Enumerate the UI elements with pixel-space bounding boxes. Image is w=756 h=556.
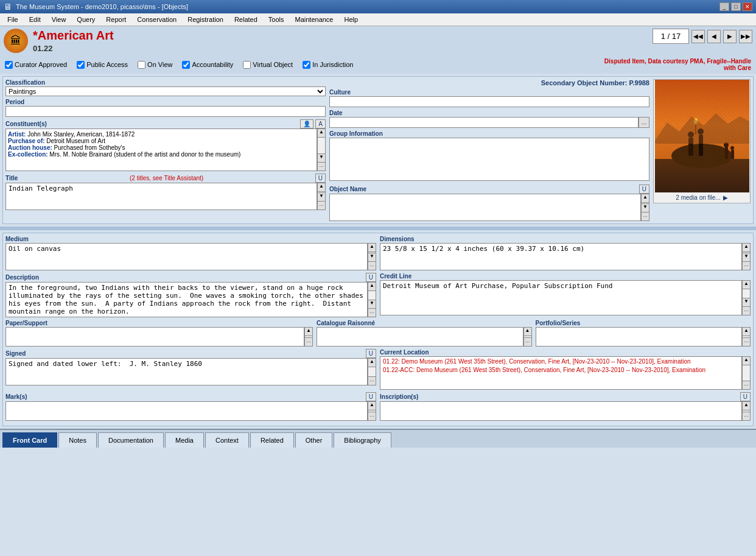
- tab-media[interactable]: Media: [165, 432, 204, 448]
- desc-scroll-down[interactable]: ▼: [368, 300, 376, 308]
- med-scroll-more[interactable]: …: [368, 261, 376, 270]
- nav-next-button[interactable]: ▶: [723, 30, 737, 43]
- maximize-button[interactable]: □: [731, 2, 741, 11]
- object-name-scrollbar[interactable]: ▲ ▼ …: [641, 194, 649, 221]
- artwork-image[interactable]: [655, 80, 749, 192]
- curloc-scrollbar[interactable]: ▲ …: [742, 356, 751, 390]
- port-scroll-up[interactable]: ▲: [743, 328, 750, 336]
- menu-edit[interactable]: Edit: [24, 15, 46, 24]
- marks-scroll-up[interactable]: ▲: [368, 402, 376, 410]
- date-expand-button[interactable]: …: [639, 117, 649, 128]
- dim-scrollbar[interactable]: ▲ ▼ …: [742, 243, 751, 270]
- object-name-textarea[interactable]: [329, 194, 641, 221]
- menu-help[interactable]: Help: [340, 15, 363, 24]
- paper-scroll-up[interactable]: ▲: [305, 328, 312, 336]
- constituents-scrollbar[interactable]: ▲ ▼ …: [317, 128, 326, 171]
- menu-conservation[interactable]: Conservation: [132, 15, 181, 24]
- paper-support-textarea[interactable]: [5, 327, 304, 347]
- credit-scroll-more[interactable]: …: [743, 306, 750, 315]
- tab-context[interactable]: Context: [205, 432, 249, 448]
- virtual-object-checkbox[interactable]: Virtual Object: [243, 61, 293, 69]
- medium-textarea[interactable]: Oil on canvas: [5, 243, 368, 270]
- media-arrow-icon[interactable]: ▶: [723, 194, 728, 201]
- nav-prev-button[interactable]: ◀: [707, 30, 721, 43]
- title-scroll-down[interactable]: ▼: [318, 192, 325, 201]
- menu-tools[interactable]: Tools: [264, 15, 289, 24]
- on-view-checkbox[interactable]: On View: [138, 61, 172, 69]
- close-button[interactable]: ✕: [743, 2, 752, 11]
- virtual-object-input[interactable]: [243, 61, 251, 69]
- on-view-input[interactable]: [138, 61, 145, 69]
- scroll-down-btn[interactable]: ▼: [318, 153, 325, 162]
- credit-scrollbar[interactable]: ▲ ▼ …: [742, 280, 751, 315]
- inscriptions-textarea[interactable]: [380, 401, 742, 421]
- portfolio-textarea[interactable]: [536, 327, 743, 347]
- description-u-button[interactable]: U: [366, 273, 376, 282]
- title-scroll-more[interactable]: …: [318, 201, 325, 209]
- menu-file[interactable]: File: [2, 15, 23, 24]
- constituents-person-icon[interactable]: 👤: [300, 119, 313, 128]
- scroll-up-btn[interactable]: ▲: [318, 129, 325, 138]
- cat-scroll-more[interactable]: …: [524, 337, 531, 346]
- menu-related[interactable]: Related: [229, 15, 262, 24]
- inscriptions-u-button[interactable]: U: [740, 392, 751, 401]
- dimensions-textarea[interactable]: 23 5/8 x 15 1/2 x 4 inches (60 x 39.37 x…: [380, 243, 742, 270]
- in-jurisdiction-input[interactable]: [303, 61, 310, 69]
- title-scroll-up[interactable]: ▲: [318, 183, 325, 192]
- nav-last-button[interactable]: ▶▶: [739, 30, 752, 43]
- port-scroll-more[interactable]: …: [743, 337, 750, 346]
- desc-scrollbar[interactable]: ▲ ▼ …: [368, 282, 376, 317]
- period-input[interactable]: 19th century: [5, 106, 326, 117]
- med-scroll-up[interactable]: ▲: [368, 244, 376, 252]
- marks-u-button[interactable]: U: [366, 392, 376, 401]
- title-textarea[interactable]: Indian Telegraph: [5, 183, 317, 210]
- description-textarea[interactable]: In the foreground, two Indians with thei…: [5, 282, 368, 317]
- cat-scrollbar[interactable]: ▲ …: [523, 327, 532, 347]
- dim-scroll-more[interactable]: …: [743, 261, 750, 270]
- menu-view[interactable]: View: [47, 15, 71, 24]
- curloc-scroll-more[interactable]: …: [743, 381, 750, 389]
- credit-scroll-down[interactable]: ▼: [743, 298, 750, 306]
- insc-scroll-up[interactable]: ▲: [743, 402, 750, 410]
- catalogue-textarea[interactable]: [317, 327, 523, 347]
- dim-scroll-down[interactable]: ▼: [743, 253, 750, 261]
- minimize-button[interactable]: _: [719, 2, 729, 11]
- medium-scrollbar[interactable]: ▲ ▼ …: [368, 243, 376, 270]
- title-scrollbar[interactable]: ▲ ▼ …: [317, 183, 326, 210]
- nav-first-button[interactable]: ◀◀: [691, 30, 705, 43]
- insc-scroll-more[interactable]: …: [743, 412, 750, 420]
- classification-select[interactable]: Paintings: [5, 86, 326, 96]
- signed-scrollbar[interactable]: ▲ …: [368, 358, 376, 385]
- signed-textarea[interactable]: Signed and dated lower left: J. M. Stanl…: [5, 358, 368, 385]
- signed-scroll-up[interactable]: ▲: [368, 359, 376, 367]
- tab-other[interactable]: Other: [295, 432, 333, 448]
- menu-maintenance[interactable]: Maintenance: [290, 15, 338, 24]
- cat-scroll-up[interactable]: ▲: [524, 328, 531, 336]
- dim-scroll-up[interactable]: ▲: [743, 244, 750, 252]
- port-scrollbar[interactable]: ▲ …: [742, 327, 751, 347]
- date-input[interactable]: Circa 1860: [329, 117, 639, 128]
- curator-approved-checkbox[interactable]: Curator Approved: [5, 61, 67, 69]
- scroll-more-btn[interactable]: …: [318, 162, 325, 171]
- tab-notes[interactable]: Notes: [58, 432, 97, 448]
- group-info-textarea[interactable]: [329, 138, 649, 181]
- accountability-input[interactable]: [182, 61, 190, 69]
- title-note[interactable]: (2 titles, see Title Assistant): [130, 175, 203, 181]
- obj-scroll-up[interactable]: ▲: [642, 194, 649, 203]
- constituents-a-icon[interactable]: A: [315, 119, 326, 128]
- marks-scrollbar[interactable]: ▲ …: [368, 401, 376, 421]
- tab-documentation[interactable]: Documentation: [98, 432, 164, 448]
- tab-bibliography[interactable]: Bibliography: [334, 432, 391, 448]
- menu-report[interactable]: Report: [101, 15, 131, 24]
- obj-scroll-more[interactable]: …: [642, 212, 649, 220]
- credit-scroll-up[interactable]: ▲: [743, 281, 750, 289]
- tab-related[interactable]: Related: [250, 432, 294, 448]
- inscriptions-scrollbar[interactable]: ▲ …: [742, 401, 751, 421]
- object-name-u-button[interactable]: U: [639, 185, 649, 194]
- signed-scroll-more[interactable]: …: [368, 376, 376, 385]
- accountability-checkbox[interactable]: Accountability: [182, 61, 233, 69]
- title-u-button[interactable]: U: [315, 174, 326, 183]
- menu-registration[interactable]: Registration: [183, 15, 228, 24]
- curator-approved-input[interactable]: [5, 61, 13, 69]
- paper-scroll-more[interactable]: …: [305, 337, 312, 346]
